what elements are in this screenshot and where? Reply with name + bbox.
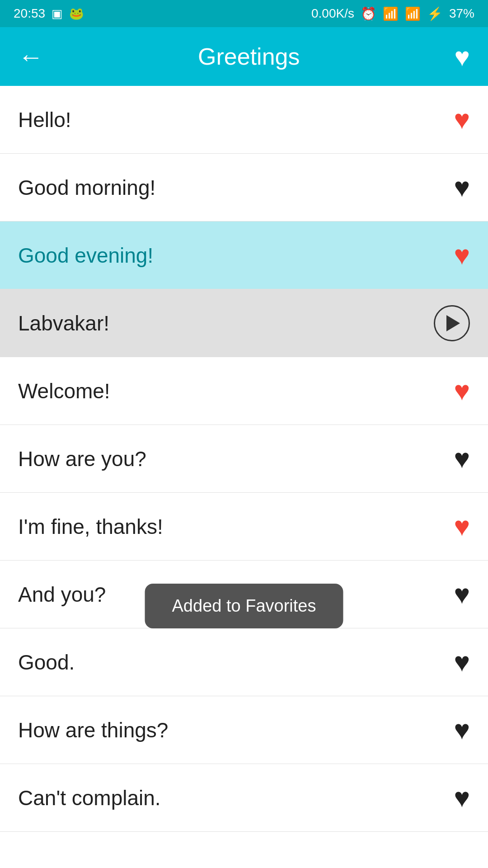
item-text: How are you? [18, 447, 146, 471]
app-icon-1: ▣ [52, 7, 63, 21]
status-left: 20:53 ▣ 🐸 [14, 6, 84, 21]
favorite-button[interactable]: ♥ [454, 240, 470, 271]
time: 20:53 [14, 6, 45, 21]
play-icon [446, 315, 460, 331]
item-text: I'm fine, thanks! [18, 514, 163, 539]
wifi-icon: 📶 [383, 6, 399, 21]
list-item[interactable]: I'm fine, thanks!♥ [0, 493, 488, 561]
favorite-button[interactable]: ♥ [454, 579, 470, 610]
favorite-button[interactable]: ♥ [454, 375, 470, 406]
favorite-button[interactable]: ♥ [454, 443, 470, 474]
list-item[interactable]: Good.♥ [0, 628, 488, 696]
list-item[interactable]: How are you?♥ [0, 425, 488, 493]
app-icon-2: 🐸 [69, 7, 84, 21]
list-item[interactable]: How are things?♥ [0, 696, 488, 764]
page-title: Greetings [198, 43, 300, 70]
toast-message: Added to Favorites [172, 596, 316, 615]
favorites-header-button[interactable]: ♥ [455, 42, 470, 72]
item-text: Labvakar! [18, 311, 109, 335]
battery-level: 37% [449, 6, 474, 21]
favorite-button[interactable]: ♥ [454, 104, 470, 135]
list-item[interactable]: Good morning!♥ [0, 154, 488, 222]
alarm-icon: ⏰ [361, 6, 376, 21]
status-bar: 20:53 ▣ 🐸 0.00K/s ⏰ 📶 📶 ⚡ 37% [0, 0, 488, 27]
item-text: Good. [18, 650, 75, 675]
play-button[interactable] [434, 305, 470, 341]
list-item[interactable]: Can't complain.♥ [0, 764, 488, 832]
list-item[interactable]: Welcome!♥ [0, 357, 488, 425]
greetings-list: Hello!♥Good morning!♥Good evening!♥Labva… [0, 86, 488, 832]
item-text: How are things? [18, 718, 168, 742]
list-item[interactable]: Good evening!♥ [0, 222, 488, 289]
favorite-button[interactable]: ♥ [454, 172, 470, 203]
list-item[interactable]: Hello!♥ [0, 86, 488, 154]
speed: 0.00K/s [311, 6, 354, 21]
item-text: Hello! [18, 108, 71, 132]
lightning-icon: ⚡ [427, 6, 443, 21]
favorite-button[interactable]: ♥ [454, 714, 470, 745]
toast-added-to-favorites: Added to Favorites [145, 584, 343, 628]
item-text: Good evening! [18, 243, 153, 268]
item-text: And you? [18, 582, 106, 607]
favorite-button[interactable]: ♥ [454, 782, 470, 813]
back-button[interactable]: ← [18, 42, 43, 71]
favorite-button[interactable]: ♥ [454, 511, 470, 542]
item-text: Welcome! [18, 379, 110, 403]
item-text: Can't complain. [18, 786, 161, 810]
item-text: Good morning! [18, 175, 155, 200]
status-right: 0.00K/s ⏰ 📶 📶 ⚡ 37% [311, 6, 474, 21]
app-header: ← Greetings ♥ [0, 27, 488, 86]
favorite-button[interactable]: ♥ [454, 646, 470, 678]
list-item[interactable]: Labvakar! [0, 289, 488, 357]
signal-icon: 📶 [405, 6, 421, 21]
